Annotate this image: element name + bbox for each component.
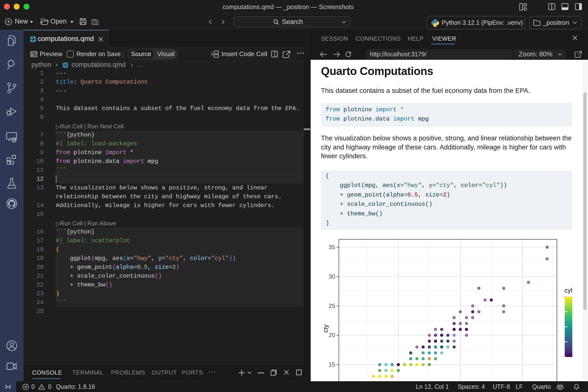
svg-text:30: 30 [328, 273, 335, 280]
svg-text:20: 20 [328, 332, 335, 338]
svg-text:35: 35 [328, 244, 335, 250]
svg-text:25: 25 [328, 302, 335, 309]
svg-text:15: 15 [328, 361, 335, 368]
svg-text:cty: cty [322, 324, 329, 332]
svg-text:cyl: cyl [564, 287, 572, 294]
